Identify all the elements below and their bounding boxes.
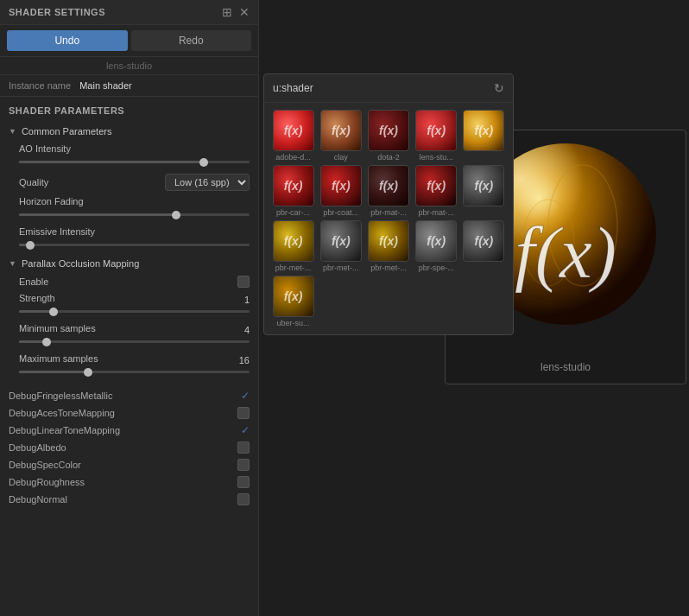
emissive-intensity-slider[interactable] (19, 244, 250, 246)
quality-row: Quality Low (16 spp) (0, 170, 258, 193)
horizon-fading-slider[interactable] (19, 213, 250, 216)
horizon-fading-thumb[interactable] (172, 211, 180, 219)
panel-subtitle: lens-studio (0, 57, 258, 75)
debug-toggle-3[interactable] (237, 441, 250, 454)
big-preview-label: lens-studio (540, 361, 591, 373)
shader-name-12: pbr-met-... (370, 264, 407, 272)
instance-value: Main shader (79, 80, 132, 91)
enable-toggle[interactable] (237, 276, 250, 288)
undo-button[interactable]: Undo (7, 30, 128, 51)
max-samples-thumb[interactable] (84, 368, 92, 377)
debug-label-1: DebugAcesToneMapping (9, 408, 231, 418)
ao-intensity-slider[interactable] (19, 161, 250, 163)
panel-content: SHADER PARAMETERS ▼ Common Parameters AO… (0, 97, 258, 616)
debug-section: DebugFringelessMetallic ✓ DebugAcesToneM… (0, 387, 258, 508)
horizon-fading-row: Horizon Fading (0, 193, 258, 223)
panel-toolbar: Undo Redo (0, 25, 258, 57)
chevron-down-icon: ▼ (9, 127, 16, 136)
shader-thumb-5: f(x) (273, 165, 314, 206)
enable-row: Enable (0, 272, 258, 289)
max-samples-slider[interactable] (19, 371, 250, 373)
shader-name-7: pbr-mat-... (370, 208, 407, 217)
shader-params-header: SHADER PARAMETERS (0, 97, 258, 121)
debug-row-1: DebugAcesToneMapping (0, 404, 258, 422)
ushader-search-input[interactable] (273, 82, 487, 94)
shader-name-0: adobe-d... (275, 153, 311, 162)
ao-intensity-row: AO Intensity (0, 140, 258, 170)
min-samples-thumb[interactable] (42, 338, 51, 346)
shader-name-5: pbr-car-... (276, 208, 310, 217)
shader-item-4[interactable]: f(x) (462, 110, 506, 162)
min-samples-label: Minimum samples (19, 323, 96, 333)
panel-title-icons: ⊞ ✕ (222, 5, 250, 19)
tile-icon[interactable]: ⊞ (222, 5, 232, 19)
redo-button[interactable]: Redo (131, 30, 252, 51)
shader-name-1: clay (334, 153, 348, 162)
strength-thumb[interactable] (49, 308, 58, 316)
debug-label-2: DebugLinearToneMapping (9, 425, 234, 435)
debug-row-3: DebugAlbedo (0, 439, 258, 456)
parallax-label: Parallax Occlusion Mapping (22, 258, 139, 269)
shader-item-11[interactable]: f(x) pbr-met-... (319, 220, 363, 272)
shader-item-10[interactable]: f(x) pbr-met-... (271, 220, 315, 272)
shader-item-2[interactable]: f(x) dota-2 (366, 110, 410, 162)
shader-item-1[interactable]: f(x) clay (319, 110, 363, 162)
debug-check-0: ✓ (241, 390, 250, 402)
min-samples-slider[interactable] (19, 340, 250, 343)
shader-item-7[interactable]: f(x) pbr-mat-... (366, 165, 410, 217)
shader-thumb-6: f(x) (320, 165, 362, 206)
shader-grid: f(x) adobe-d... f(x) clay f(x) dota-2 f(… (264, 103, 513, 334)
parallax-header[interactable]: ▼ Parallax Occlusion Mapping (0, 255, 258, 272)
shader-item-9[interactable]: f(x) (462, 165, 506, 217)
debug-toggle-6[interactable] (237, 493, 250, 505)
shader-thumb-2: f(x) (368, 110, 409, 151)
shader-name-2: dota-2 (377, 153, 400, 162)
strength-value: 1 (244, 295, 250, 305)
max-samples-value: 16 (239, 355, 250, 365)
shader-name-15: uber-su... (277, 319, 310, 327)
shader-item-6[interactable]: f(x) pbr-coat... (319, 165, 363, 217)
shader-item-3[interactable]: f(x) lens-stu... (414, 110, 458, 162)
common-params-header[interactable]: ▼ Common Parameters (0, 123, 258, 140)
debug-label-4: DebugSpecColor (9, 460, 231, 470)
shader-item-12[interactable]: f(x) pbr-met-... (366, 220, 410, 272)
debug-toggle-1[interactable] (237, 407, 250, 419)
debug-toggle-5[interactable] (237, 476, 250, 488)
shader-thumb-10: f(x) (273, 220, 314, 262)
panel-title: SHADER SETTINGS (9, 7, 105, 17)
shader-thumb-15: f(x) (273, 276, 314, 317)
common-params-label: Common Parameters (22, 126, 112, 137)
shader-thumb-1: f(x) (320, 110, 362, 151)
shader-thumb-11: f(x) (320, 220, 362, 262)
shader-thumb-0: f(x) (273, 110, 314, 151)
common-params-subsection: ▼ Common Parameters AO Intensity Quality… (0, 123, 258, 253)
debug-toggle-4[interactable] (237, 459, 250, 471)
shader-thumb-3: f(x) (415, 110, 457, 151)
parallax-subsection: ▼ Parallax Occlusion Mapping Enable Stre… (0, 255, 258, 380)
ao-intensity-thumb[interactable] (199, 158, 208, 167)
min-samples-value: 4 (244, 325, 250, 335)
shader-thumb-9: f(x) (463, 165, 504, 206)
debug-row-2: DebugLinearToneMapping ✓ (0, 422, 258, 439)
shader-item-0[interactable]: f(x) adobe-d... (271, 110, 315, 162)
shader-thumb-8: f(x) (415, 165, 457, 206)
shader-item-15[interactable]: f(x) uber-su... (271, 276, 315, 327)
shader-name-3: lens-stu... (420, 153, 453, 162)
close-icon[interactable]: ✕ (239, 5, 250, 19)
debug-check-2: ✓ (241, 424, 250, 436)
ushader-popup: ↻ f(x) adobe-d... f(x) clay f(x) dota-2 … (263, 73, 514, 335)
shader-item-14[interactable]: f(x) (462, 220, 506, 272)
emissive-intensity-thumb[interactable] (26, 241, 35, 250)
shader-item-13[interactable]: f(x) pbr-spe-... (414, 220, 458, 272)
quality-select[interactable]: Low (16 spp) (165, 174, 250, 191)
refresh-icon[interactable]: ↻ (494, 81, 504, 95)
shader-settings-panel: SHADER SETTINGS ⊞ ✕ Undo Redo lens-studi… (0, 0, 259, 616)
debug-row-0: DebugFringelessMetallic ✓ (0, 387, 258, 404)
shader-item-5[interactable]: f(x) pbr-car-... (271, 165, 315, 217)
strength-label: Strength (19, 293, 55, 303)
shader-thumb-7: f(x) (368, 165, 409, 206)
instance-row: Instance name Main shader (0, 75, 258, 97)
strength-slider[interactable] (19, 310, 250, 313)
shader-item-8[interactable]: f(x) pbr-mat-... (414, 165, 458, 217)
chevron-down-icon-2: ▼ (9, 259, 16, 268)
